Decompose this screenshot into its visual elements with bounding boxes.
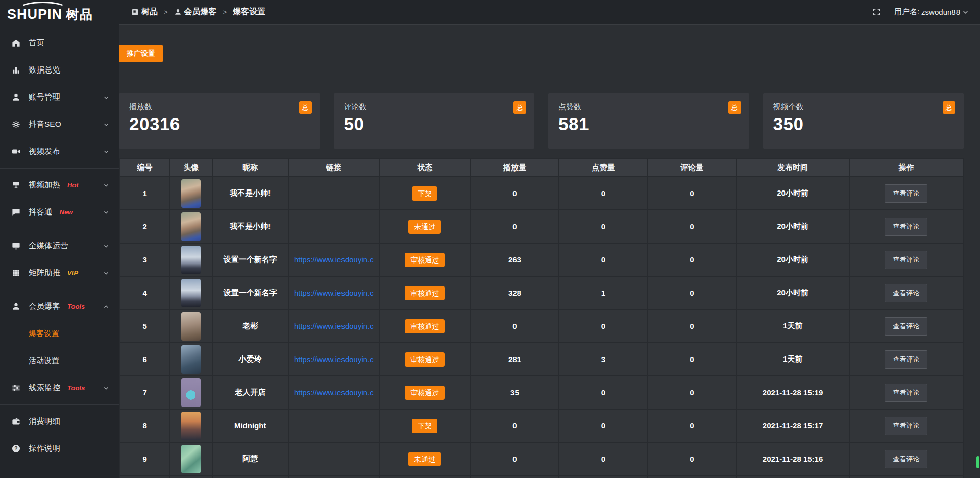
cell-publish-time: 1天前 bbox=[736, 343, 849, 376]
chevron-down-icon bbox=[103, 94, 110, 101]
sidebar-item-label: 消费明细 bbox=[29, 416, 60, 427]
table-row: 1 我不是小帅! 下架 0 0 0 20小时前 查看评论 bbox=[119, 177, 963, 210]
sidebar-item-consumption-detail[interactable]: 消费明细 bbox=[0, 408, 119, 435]
cell-id: 5 bbox=[119, 309, 170, 343]
cell-avatar bbox=[170, 376, 212, 409]
brand-logo[interactable]: SHUPIN 树品 bbox=[0, 0, 119, 29]
chevron-down-icon bbox=[103, 243, 110, 250]
col-header-plays: 播放量 bbox=[471, 158, 559, 177]
avatar bbox=[181, 212, 201, 241]
stat-label: 视频个数 bbox=[773, 102, 954, 112]
cell-id bbox=[119, 475, 170, 478]
avatar bbox=[181, 179, 201, 208]
cell-nickname: 老彬 bbox=[212, 309, 288, 343]
sidebar-item-account-management[interactable]: 账号管理 bbox=[0, 84, 119, 111]
view-comments-button[interactable]: 查看评论 bbox=[885, 184, 927, 203]
sidebar-item-matrix-boost[interactable]: 矩阵助推 VIP bbox=[0, 259, 119, 286]
total-badge: 总 bbox=[943, 101, 955, 114]
cell-link[interactable]: https://www.iesdouyin.c bbox=[288, 243, 380, 276]
status-badge: 审核通过 bbox=[405, 319, 445, 333]
breadcrumb-item-member-baoke[interactable]: 会员爆客 bbox=[174, 7, 217, 17]
cell-avatar bbox=[170, 475, 212, 478]
user-icon bbox=[11, 92, 21, 102]
col-header-publish-time: 发布时间 bbox=[736, 158, 849, 177]
sidebar-item-all-media[interactable]: 全媒体运营 bbox=[0, 232, 119, 259]
sidebar-item-member-baoke[interactable]: 会员爆客 Tools bbox=[0, 293, 119, 320]
fullscreen-icon[interactable] bbox=[872, 8, 881, 16]
cell-status: 审核通过 bbox=[379, 343, 471, 376]
cell-actions: 查看评论 bbox=[849, 376, 963, 409]
sidebar-item-label: 全媒体运营 bbox=[29, 241, 68, 251]
cell-nickname bbox=[212, 475, 288, 478]
col-header-likes: 点赞量 bbox=[559, 158, 648, 177]
cell-link[interactable] bbox=[288, 475, 380, 478]
sidebar-subitem-baoke-settings[interactable]: 爆客设置 bbox=[0, 320, 119, 347]
view-comments-button[interactable]: 查看评论 bbox=[885, 450, 927, 468]
status-badge: 审核通过 bbox=[405, 286, 445, 300]
table-row: 5 老彬 https://www.iesdouyin.c 审核通过 0 0 0 … bbox=[119, 309, 963, 343]
stat-card-plays: 播放数 20316 总 bbox=[119, 93, 320, 149]
cell-link[interactable]: https://www.iesdouyin.c bbox=[288, 276, 380, 309]
cell-comments: 0 bbox=[648, 276, 737, 309]
sidebar-item-douketong[interactable]: 抖客通 New bbox=[0, 199, 119, 226]
topbar: 树品 > 会员爆客 > 爆客设置 用户名: zswodun88 bbox=[119, 0, 980, 25]
status-badge: 未通过 bbox=[408, 452, 441, 466]
view-comments-button[interactable]: 查看评论 bbox=[885, 218, 927, 236]
cell-link[interactable] bbox=[288, 210, 380, 243]
cell-actions: 查看评论 bbox=[849, 343, 963, 376]
cell-link[interactable] bbox=[288, 409, 380, 442]
breadcrumb-separator: > bbox=[163, 8, 169, 16]
grid-icon bbox=[11, 268, 21, 278]
screen-heat-icon bbox=[11, 180, 21, 190]
sidebar-item-video-heat[interactable]: 视频加热 Hot bbox=[0, 172, 119, 199]
cell-publish-time: 20小时前 bbox=[736, 243, 849, 276]
promo-settings-button[interactable]: 推广设置 bbox=[119, 45, 163, 62]
user-menu[interactable]: 用户名: zswodun88 bbox=[894, 7, 969, 17]
sidebar-item-home[interactable]: 首页 bbox=[0, 30, 119, 57]
view-comments-button[interactable]: 查看评论 bbox=[885, 317, 927, 336]
sidebar-item-data-overview[interactable]: 数据总览 bbox=[0, 57, 119, 84]
cell-comments: 0 bbox=[648, 442, 737, 475]
cell-link[interactable] bbox=[288, 442, 380, 475]
monitor-icon bbox=[11, 241, 21, 251]
cell-comments: 0 bbox=[648, 309, 737, 343]
username-value: zswodun88 bbox=[921, 8, 960, 16]
cell-likes: 0 bbox=[559, 409, 648, 442]
cell-nickname: 阿慧 bbox=[212, 442, 288, 475]
breadcrumb-item-home[interactable]: 树品 bbox=[131, 7, 158, 17]
avatar bbox=[181, 279, 201, 307]
cell-publish-time: 2021-11-28 15:16 bbox=[736, 442, 849, 475]
main-content: 推广设置 播放数 20316 总 评论数 50 总 点赞数 581 总 视频个数… bbox=[119, 25, 980, 478]
sidebar-item-label: 数据总览 bbox=[29, 65, 60, 76]
view-comments-button[interactable]: 查看评论 bbox=[885, 350, 927, 369]
cell-plays: 0 bbox=[471, 309, 559, 343]
table-row: 6 小爱玲 https://www.iesdouyin.c 审核通过 281 3… bbox=[119, 343, 963, 376]
cell-status: 审核通过 bbox=[379, 309, 471, 343]
sidebar-item-lead-monitor[interactable]: 线索监控 Tools bbox=[0, 374, 119, 401]
cell-plays: 328 bbox=[471, 276, 559, 309]
sidebar-subitem-activity-settings[interactable]: 活动设置 bbox=[0, 347, 119, 374]
cell-comments: 0 bbox=[648, 343, 737, 376]
cell-link[interactable]: https://www.iesdouyin.c bbox=[288, 343, 380, 376]
view-comments-button[interactable]: 查看评论 bbox=[885, 384, 927, 402]
username-label: 用户名: bbox=[894, 7, 919, 17]
scrollbar-thumb[interactable] bbox=[976, 456, 979, 468]
col-header-avatar: 头像 bbox=[170, 158, 212, 177]
sidebar-item-video-publish[interactable]: 视频发布 bbox=[0, 138, 119, 165]
cell-status: 审核通过 bbox=[379, 376, 471, 409]
cell-likes: 0 bbox=[559, 376, 648, 409]
cell-link[interactable]: https://www.iesdouyin.c bbox=[288, 376, 380, 409]
cell-link[interactable]: https://www.iesdouyin.c bbox=[288, 309, 380, 343]
sidebar-item-instructions[interactable]: ? 操作说明 bbox=[0, 435, 119, 462]
cell-plays: 0 bbox=[471, 409, 559, 442]
cell-comments: 0 bbox=[648, 376, 737, 409]
videos-table: 编号 头像 昵称 链接 状态 播放量 点赞量 评论量 发布时间 操作 1 我不是… bbox=[119, 158, 964, 478]
sidebar-item-douyin-seo[interactable]: 抖音SEO bbox=[0, 111, 119, 138]
cell-link[interactable] bbox=[288, 177, 380, 210]
view-comments-button[interactable]: 查看评论 bbox=[885, 284, 927, 302]
view-comments-button[interactable]: 查看评论 bbox=[885, 417, 927, 435]
col-header-id: 编号 bbox=[119, 158, 170, 177]
view-comments-button[interactable]: 查看评论 bbox=[885, 251, 927, 269]
tools-badge: Tools bbox=[67, 303, 85, 310]
sidebar: SHUPIN 树品 首页 数据总览 账号管理 bbox=[0, 0, 119, 478]
